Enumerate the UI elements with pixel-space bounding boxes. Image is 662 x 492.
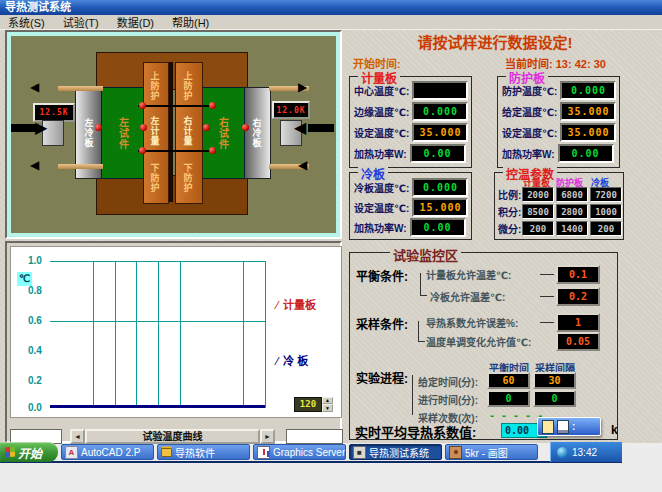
prog2-balance-value: 0 xyxy=(487,390,530,407)
chart-area: ℃ 1.0 0.8 0.6 0.4 0.2 0.0 / xyxy=(10,246,342,418)
gridline xyxy=(115,261,116,408)
pid-i-guard: 2800 xyxy=(556,204,588,219)
spinner-value[interactable]: 120 xyxy=(294,397,322,412)
taskbar-item-folder[interactable]: 导热软件 xyxy=(157,444,250,460)
gridline xyxy=(136,261,137,408)
menu-system[interactable]: 系统(S) xyxy=(8,14,45,30)
field-label: 加热功率W: xyxy=(354,146,407,161)
paint-icon xyxy=(449,446,462,459)
pid-i-cold: 1000 xyxy=(590,204,622,219)
prog1-label: 给定时间(分): xyxy=(418,374,478,389)
ime-keyboard-icon[interactable] xyxy=(557,420,569,434)
guard-divider-line xyxy=(138,105,216,107)
sensor-dot xyxy=(203,124,210,131)
ime-more-icon[interactable]: : xyxy=(572,421,575,432)
left-coolant-value: 12.5K xyxy=(39,108,68,117)
taskbar-item-graphics-server[interactable]: Graphics Server xyxy=(253,444,346,460)
right-coolant-display: 12.0K xyxy=(272,101,310,119)
chart-panel: ℃ 1.0 0.8 0.6 0.4 0.2 0.0 / xyxy=(5,241,342,443)
chart-scrollbar[interactable]: ◄ 试验温度曲线 ► xyxy=(70,429,275,444)
bracket-line xyxy=(420,273,427,296)
spinner-up-button[interactable]: ▲ xyxy=(322,397,333,404)
right-specimen: 右试件 xyxy=(201,87,245,179)
field-label: 给定温度℃: xyxy=(502,104,557,119)
tray-status-icon[interactable] xyxy=(557,447,568,458)
y-tick: 0.6 xyxy=(28,315,42,326)
pid-d-metering: 200 xyxy=(522,221,554,236)
legend-cold-mark: / xyxy=(275,353,279,368)
sampling2-label: 温度单调变化允许值℃: xyxy=(426,334,531,349)
legend-metering: / 计量板 xyxy=(275,295,316,313)
metering-set-temp-display: 35.000 xyxy=(412,123,468,142)
pid-row-label: 比例: xyxy=(498,187,520,202)
field-label: 防护温度℃: xyxy=(502,83,557,98)
bracket-line xyxy=(418,321,425,342)
sensor-dot xyxy=(242,124,249,131)
balance-label: 平衡条件: xyxy=(356,267,408,284)
guard-temp-display: 0.000 xyxy=(560,81,616,100)
sampling1-label: 导热系数允许误差%: xyxy=(426,315,518,330)
right-specimen-label: 右试件 xyxy=(202,88,244,178)
start-button[interactable]: 开始 xyxy=(0,442,58,462)
autocad-icon: A xyxy=(65,446,78,459)
scroll-right-button[interactable]: ► xyxy=(260,429,275,444)
scrollbar-thumb[interactable]: 试验温度曲线 xyxy=(85,429,260,444)
field-label: 加热功率W: xyxy=(502,146,555,161)
group-monitor: 试验监控区 平衡条件: 计量板允许温差℃: 0.1 冷板允许温差℃: 0.2 采… xyxy=(349,252,618,440)
field-label: 设定温度℃: xyxy=(354,125,409,140)
pid-d-guard: 1400 xyxy=(556,221,588,236)
pid-row-label: 积分: xyxy=(498,204,520,219)
flow-arrow-right-icon: ▶ xyxy=(298,81,307,93)
ime-pen-icon[interactable] xyxy=(542,420,554,434)
chart-right-field[interactable] xyxy=(286,429,343,444)
inlet-arrow-icon: ◀ xyxy=(294,120,306,136)
pipe xyxy=(58,164,103,169)
start-label: 开始 xyxy=(18,444,42,461)
left-specimen-label: 左试件 xyxy=(102,88,144,178)
guard-power-display: 0.00 xyxy=(558,144,614,163)
menu-test[interactable]: 试验(T) xyxy=(63,14,99,30)
y-tick: 0.0 xyxy=(28,402,42,413)
series-line-cold-plate xyxy=(50,405,265,408)
pid-i-metering: 8500 xyxy=(522,204,554,219)
title-bar[interactable]: 导热测试系统 xyxy=(0,0,662,15)
pid-d-cold: 200 xyxy=(590,221,622,236)
sensor-dot xyxy=(140,124,147,131)
apparatus-diagram: 左冷板 右冷板 左试件 右试件 上防护 左计量 xyxy=(11,36,336,233)
left-heater-top-label: 上防护 xyxy=(144,65,166,107)
sensor-dot xyxy=(209,102,216,109)
apparatus-panel: 左冷板 右冷板 左试件 右试件 上防护 左计量 xyxy=(5,30,342,239)
guard-divider-line xyxy=(138,150,216,152)
result-label: 实时平均导热系数值: xyxy=(355,422,476,441)
guard-set-temp-display: 35.000 xyxy=(560,123,616,142)
gridline xyxy=(158,261,159,408)
legend-cold: / 冷 板 xyxy=(275,351,308,369)
progress-label: 实验进程: xyxy=(356,369,408,386)
taskbar-item-paint[interactable]: 5kr - 画图 xyxy=(445,444,538,460)
gridline xyxy=(265,261,266,408)
ime-toolbar[interactable]: : xyxy=(537,417,601,436)
right-heater-bottom-label: 下防护 xyxy=(176,157,200,199)
taskbar-item-thermal-app[interactable]: ■ 导热测试系统 xyxy=(349,444,442,460)
left-heater-mid-label: 左计量 xyxy=(144,110,166,152)
balance2-label: 冷板允许温差℃: xyxy=(430,289,505,304)
taskbar-item-label: 5kr - 画图 xyxy=(465,445,508,460)
windows-logo-icon xyxy=(5,446,15,457)
tray-clock[interactable]: 13:42 xyxy=(572,447,597,458)
pipe xyxy=(58,86,103,91)
taskbar-item-label: Graphics Server xyxy=(273,447,345,458)
system-tray[interactable]: 13:42 xyxy=(550,442,622,462)
guard-given-temp-display: 35.000 xyxy=(560,102,616,121)
connector-line xyxy=(540,274,554,275)
pid-p-metering: 2000 xyxy=(522,187,554,202)
taskbar-item-autocad[interactable]: A AutoCAD 2.P xyxy=(61,444,154,460)
menu-help[interactable]: 帮助(H) xyxy=(172,14,209,30)
menu-data[interactable]: 数据(D) xyxy=(117,14,154,30)
scroll-left-button[interactable]: ◄ xyxy=(70,429,85,444)
metering-edge-temp-display: 0.000 xyxy=(412,102,468,121)
group-guard-plate: 防护板 防护温度℃:0.000 给定温度℃:35.000 设定温度℃:35.00… xyxy=(497,76,620,168)
chart-unit-label: ℃ xyxy=(17,272,32,286)
spinner-down-button[interactable]: ▼ xyxy=(322,404,333,412)
right-heater-mid-label: 右计量 xyxy=(176,110,200,152)
y-tick: 0.2 xyxy=(28,375,42,386)
